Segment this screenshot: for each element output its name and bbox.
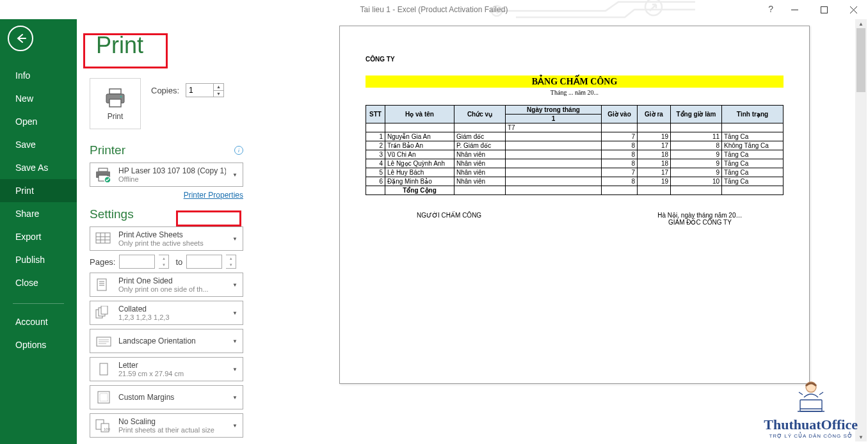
- close-button[interactable]: [839, 0, 868, 19]
- setting-sides[interactable]: Print One SidedOnly print on one side of…: [90, 273, 243, 297]
- sidebar-item-close[interactable]: Close: [0, 271, 77, 294]
- setting-collate[interactable]: Collated1,2,3 1,2,3 1,2,3 ▼: [90, 301, 243, 325]
- backstage-sidebar: Info New Open Save Save As Print Share E…: [0, 19, 77, 444]
- watermark-illustration: [789, 379, 833, 414]
- chevron-down-icon: ▼: [231, 423, 239, 429]
- copies-label: Copies:: [151, 86, 179, 95]
- pages-to-input[interactable]: [186, 255, 222, 269]
- chevron-down-icon: ▼: [231, 172, 239, 178]
- sidebar-item-export[interactable]: Export: [0, 225, 77, 248]
- info-icon[interactable]: i: [234, 146, 243, 155]
- sheets-icon: [94, 230, 113, 248]
- sidebar-item-publish[interactable]: Publish: [0, 248, 77, 271]
- spin-down[interactable]: ▼: [214, 91, 223, 97]
- printer-name: HP Laser 103 107 108 (Copy 1): [118, 166, 226, 175]
- copies-input[interactable]: [186, 84, 213, 97]
- svg-rect-10: [99, 168, 108, 171]
- scroll-thumb[interactable]: [856, 28, 865, 92]
- svg-rect-3: [821, 6, 827, 13]
- sidebar-item-new[interactable]: New: [0, 87, 77, 110]
- chevron-down-icon: ▼: [231, 338, 239, 344]
- page-icon: [94, 360, 113, 378]
- sidebar-item-info[interactable]: Info: [0, 64, 77, 87]
- pages-label: Pages:: [90, 257, 115, 267]
- doc-company: CÔNG TY: [366, 56, 784, 63]
- doc-table: STT Họ và tên Chức vụ Ngày trong tháng G…: [366, 105, 784, 195]
- sidebar-item-saveas[interactable]: Save As: [0, 156, 77, 179]
- setting-paper-size[interactable]: Letter21.59 cm x 27.94 cm ▼: [90, 357, 243, 381]
- window-controls: [780, 0, 868, 19]
- sidebar-item-open[interactable]: Open: [0, 110, 77, 133]
- preview-page: CÔNG TY BẢNG CHẤM CÔNG Tháng ... năm 20.…: [339, 26, 810, 384]
- print-preview-area: CÔNG TY BẢNG CHẤM CÔNG Tháng ... năm 20.…: [256, 19, 868, 444]
- sidebar-item-print[interactable]: Print: [0, 179, 77, 202]
- svg-rect-37: [800, 400, 822, 411]
- scaling-icon: 100: [94, 416, 113, 434]
- sidebar-item-account[interactable]: Account: [0, 310, 77, 333]
- printer-icon: [104, 86, 127, 109]
- window-title: Tai lieu 1 - Excel (Product Activation F…: [360, 5, 508, 14]
- svg-text:100: 100: [104, 427, 111, 431]
- setting-print-what[interactable]: Print Active SheetsOnly print the active…: [90, 226, 243, 251]
- print-button-label: Print: [108, 112, 124, 121]
- one-sided-icon: [94, 276, 113, 294]
- chevron-down-icon: ▼: [231, 236, 239, 242]
- watermark: ThuthuatOffice TRỢ LÝ CỦA DÂN CÔNG SỞ: [764, 379, 858, 439]
- help-button[interactable]: ?: [768, 4, 773, 14]
- minimize-button[interactable]: [780, 0, 809, 19]
- svg-rect-25: [101, 306, 108, 314]
- collated-icon: [94, 304, 113, 322]
- chevron-down-icon: ▼: [231, 367, 239, 372]
- chevron-down-icon: ▼: [231, 310, 239, 316]
- annotation-box-2: [176, 210, 241, 226]
- chevron-down-icon: ▼: [231, 282, 239, 288]
- margins-icon: [94, 388, 113, 406]
- back-button[interactable]: [8, 26, 33, 51]
- sidebar-item-options[interactable]: Options: [0, 333, 77, 356]
- svg-rect-14: [96, 233, 110, 243]
- sidebar-separator: [13, 303, 64, 304]
- sidebar-item-save[interactable]: Save: [0, 133, 77, 156]
- title-bar: Tai lieu 1 - Excel (Product Activation F…: [0, 0, 868, 19]
- printer-device-icon: [94, 166, 113, 184]
- print-button[interactable]: Print: [90, 78, 141, 129]
- landscape-icon: [94, 332, 113, 350]
- print-settings-panel: Print Print Copies: ▲▼ Printer i: [77, 19, 256, 444]
- vertical-scrollbar[interactable]: ▲ ▼: [855, 19, 867, 441]
- spin-up[interactable]: ▲: [214, 84, 223, 91]
- svg-rect-6: [109, 89, 121, 94]
- annotation-box: [83, 33, 168, 68]
- pages-to-label: to: [175, 257, 182, 267]
- svg-rect-19: [97, 279, 106, 290]
- printer-section-label: Printer i: [90, 143, 243, 157]
- doc-subtitle: Tháng ... năm 20...: [366, 89, 784, 96]
- svg-point-9: [120, 96, 122, 98]
- printer-dropdown[interactable]: HP Laser 103 107 108 (Copy 1) Offline ▼: [90, 163, 243, 187]
- svg-rect-30: [100, 363, 108, 375]
- setting-orientation[interactable]: Landscape Orientation ▼: [90, 329, 243, 353]
- pages-from-input[interactable]: [119, 255, 155, 269]
- chevron-down-icon: ▼: [231, 395, 239, 400]
- printer-properties-link[interactable]: Printer Properties: [90, 191, 243, 200]
- setting-margins[interactable]: Custom Margins ▼: [90, 385, 243, 409]
- svg-rect-8: [109, 99, 121, 107]
- maximize-button[interactable]: [809, 0, 839, 19]
- sidebar-item-share[interactable]: Share: [0, 202, 77, 225]
- scroll-up[interactable]: ▲: [855, 19, 867, 28]
- copies-spinner[interactable]: ▲▼: [186, 83, 224, 97]
- printer-status: Offline: [118, 175, 226, 183]
- setting-scaling[interactable]: 100 No ScalingPrint sheets at their actu…: [90, 413, 243, 438]
- doc-title: BẢNG CHẤM CÔNG: [366, 75, 784, 88]
